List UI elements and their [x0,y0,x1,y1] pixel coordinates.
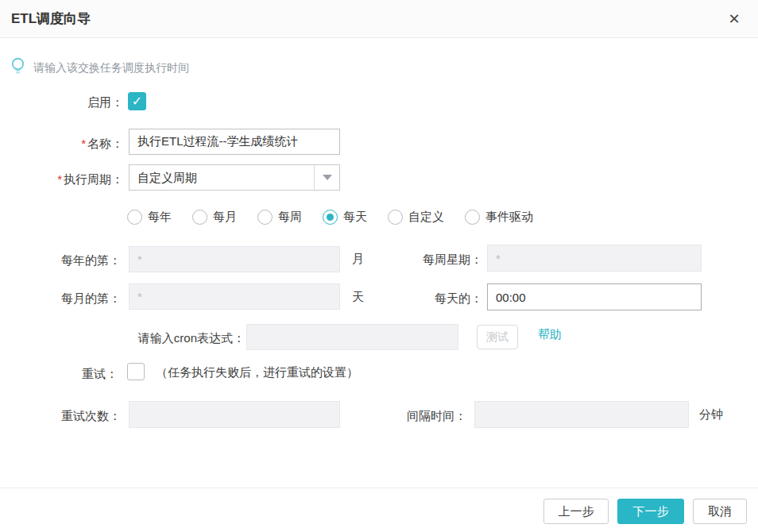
period-select[interactable]: 自定义周期 [129,164,340,191]
name-input[interactable] [129,129,340,155]
radio-yearly[interactable]: 每年 [127,210,172,225]
radio-event-driven[interactable]: 事件驱动 [465,210,533,225]
cron-label: 请输入cron表达式： [0,330,245,347]
required-asterisk: * [57,172,62,186]
period-label: *执行周期： [0,171,123,188]
interval-unit: 分钟 [699,407,723,422]
prev-step-button[interactable]: 上一步 [543,499,609,524]
cron-test-button: 测试 [477,325,518,349]
check-icon: ✓ [132,95,142,108]
radio-daily[interactable]: 每天 [323,210,367,225]
enable-label: 启用： [0,94,123,111]
cron-input [246,324,458,350]
yearly-label: 每年的第： [0,252,121,269]
enable-checkbox[interactable]: ✓ [128,92,146,110]
dialog-title: ETL调度向导 [11,0,91,38]
hint-row: 请输入该交换任务调度执行时间 [11,57,189,79]
radio-icon [127,210,142,225]
yearly-input [129,246,340,272]
cron-help-link[interactable]: 帮助 [538,327,562,342]
frequency-radio-group: 每年 每月 每周 每天 自定义 事件驱动 [127,210,533,225]
lightbulb-icon [11,57,25,79]
retry-checkbox[interactable]: ✓ [127,363,145,380]
hint-text: 请输入该交换任务调度执行时间 [33,61,189,75]
period-select-value: 自定义周期 [137,165,197,190]
retry-count-input [129,401,340,428]
footer-divider [0,488,758,488]
radio-icon [257,210,273,225]
interval-label: 间隔时间： [342,407,466,425]
monthly-label: 每月的第： [0,290,121,307]
radio-icon [388,210,403,225]
weekly-label: 每周星期： [342,251,482,268]
radio-icon [192,210,207,225]
cancel-button[interactable]: 取消 [693,499,747,524]
radio-monthly[interactable]: 每月 [192,210,237,225]
close-icon[interactable]: ✕ [725,10,744,29]
daily-label: 每天的： [342,290,482,307]
dropdown-arrow-button[interactable] [314,165,339,190]
interval-input [474,401,689,428]
retry-count-label: 重试次数： [0,407,121,425]
name-label: *名称： [0,135,123,152]
chevron-down-icon [323,175,332,180]
dialog-header: ETL调度向导 ✕ [0,0,758,38]
weekly-input [487,245,702,272]
radio-icon [323,210,338,225]
next-step-button[interactable]: 下一步 [617,499,684,524]
daily-time-input[interactable] [487,283,702,310]
required-asterisk: * [81,137,86,150]
monthly-input [129,283,340,310]
radio-weekly[interactable]: 每周 [257,210,302,225]
retry-note: （任务执行失败后，进行重试的设置） [156,365,358,380]
radio-custom[interactable]: 自定义 [388,210,444,225]
radio-icon [465,210,480,225]
retry-label: 重试： [0,365,118,383]
etl-schedule-wizard-dialog: ETL调度向导 ✕ 请输入该交换任务调度执行时间 启用： ✓ *名称： *执行周… [0,0,758,532]
